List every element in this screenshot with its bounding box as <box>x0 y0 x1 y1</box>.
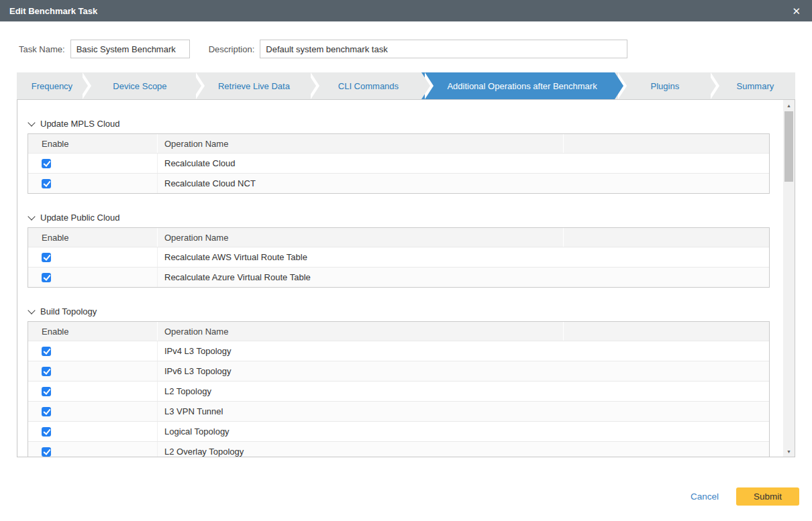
operation-name-cell: IPv6 L3 Topology <box>158 361 564 381</box>
enable-checkbox[interactable] <box>42 427 51 437</box>
scroll-down-icon[interactable]: ▼ <box>783 446 795 457</box>
enable-checkbox[interactable] <box>42 347 51 356</box>
tab-label: Summary <box>729 81 774 91</box>
edit-benchmark-task-dialog: Edit Benchmark Task ✕ Task Name: Descrip… <box>0 0 812 521</box>
enable-checkbox[interactable] <box>42 179 51 188</box>
empty-cell <box>564 154 769 173</box>
column-header: Operation Name <box>158 228 564 247</box>
tab-device-scope[interactable]: Device Scope <box>79 72 193 99</box>
empty-cell <box>564 402 769 421</box>
dialog-titlebar: Edit Benchmark Task ✕ <box>0 0 812 21</box>
chevron-down-icon <box>28 306 35 314</box>
enable-checkbox[interactable] <box>42 367 51 376</box>
tab-retrieve-live-data[interactable]: Retrieve Live Data <box>193 72 307 99</box>
task-name-label: Task Name: <box>19 44 65 54</box>
empty-cell <box>564 174 769 193</box>
column-header: Enable <box>28 228 158 247</box>
enable-cell <box>28 174 158 193</box>
enable-checkbox[interactable] <box>42 407 51 416</box>
enable-cell <box>28 402 158 421</box>
description-input[interactable] <box>260 40 627 58</box>
table-header-row: EnableOperation Name <box>28 134 769 153</box>
tab-label: Plugins <box>643 81 680 91</box>
enable-cell <box>28 422 158 441</box>
operation-name-cell: L2 Topology <box>158 382 564 401</box>
tab-cli-commands[interactable]: CLI Commands <box>307 72 422 99</box>
empty-cell <box>564 268 769 287</box>
task-name-input[interactable] <box>70 40 190 58</box>
table-row: L2 Topology <box>28 381 769 401</box>
enable-checkbox[interactable] <box>42 273 51 282</box>
table-header-row: EnableOperation Name <box>28 322 769 341</box>
operation-name-cell: L3 VPN Tunnel <box>158 402 564 421</box>
operation-name-cell: Logical Topology <box>158 422 564 441</box>
empty-cell <box>564 382 769 401</box>
enable-checkbox[interactable] <box>42 253 51 262</box>
tab-label: Device Scope <box>105 81 166 91</box>
column-header: Enable <box>28 134 158 153</box>
scroll-up-icon[interactable]: ▲ <box>783 100 795 111</box>
tab-label: CLI Commands <box>330 81 399 91</box>
table-row: IPv4 L3 Topology <box>28 341 769 361</box>
sections-container: Update MPLS CloudEnableOperation NameRec… <box>17 100 776 457</box>
enable-checkbox[interactable] <box>42 447 51 457</box>
tab-additional-operations-after-benchmark[interactable]: Additional Operations after Benchmark <box>421 72 615 99</box>
column-header: Operation Name <box>158 322 564 341</box>
section-update-public-cloud: Update Public CloudEnableOperation NameR… <box>28 213 776 288</box>
section-title: Update Public Cloud <box>40 213 120 223</box>
section-title: Update MPLS Cloud <box>40 119 120 129</box>
table-row: IPv6 L3 Topology <box>28 361 769 381</box>
empty-cell <box>564 247 769 267</box>
operation-name-cell: Recalculate Azure Virtual Route Table <box>158 268 564 287</box>
submit-button[interactable]: Submit <box>736 487 799 506</box>
enable-cell <box>28 442 158 457</box>
enable-cell <box>28 382 158 401</box>
empty-cell <box>564 442 769 457</box>
dialog-title: Edit Benchmark Task <box>9 6 97 16</box>
empty-cell <box>564 361 769 381</box>
tab-label: Frequency <box>23 81 72 91</box>
tab-plugins[interactable]: Plugins <box>615 72 707 99</box>
vertical-scrollbar[interactable]: ▲ ▼ <box>783 100 795 457</box>
chevron-down-icon <box>28 213 35 220</box>
section-header[interactable]: Update Public Cloud <box>29 213 776 223</box>
enable-cell <box>28 341 158 361</box>
enable-cell <box>28 154 158 173</box>
enable-cell <box>28 247 158 267</box>
column-header <box>564 322 769 341</box>
enable-checkbox[interactable] <box>42 387 51 396</box>
wizard-tab-bar: FrequencyDevice ScopeRetrieve Live DataC… <box>17 72 795 99</box>
tab-frequency[interactable]: Frequency <box>17 72 79 99</box>
scrollbar-thumb[interactable] <box>784 111 793 182</box>
column-header <box>564 134 769 153</box>
empty-cell <box>564 422 769 441</box>
empty-cell <box>564 341 769 361</box>
section-update-mpls-cloud: Update MPLS CloudEnableOperation NameRec… <box>28 119 776 194</box>
table-row: Recalculate Cloud NCT <box>28 173 769 193</box>
close-icon[interactable]: ✕ <box>789 4 804 19</box>
section-build-topology: Build TopologyEnableOperation NameIPv4 L… <box>28 306 776 457</box>
table-row: L2 Overlay Topology <box>28 441 769 457</box>
operations-table: EnableOperation NameRecalculate AWS Virt… <box>28 227 770 288</box>
table-row: L3 VPN Tunnel <box>28 401 769 421</box>
enable-checkbox[interactable] <box>42 159 51 168</box>
column-header: Enable <box>28 322 158 341</box>
table-header-row: EnableOperation Name <box>28 228 769 247</box>
enable-cell <box>28 268 158 287</box>
section-header[interactable]: Update MPLS Cloud <box>29 119 776 129</box>
cancel-button[interactable]: Cancel <box>691 491 719 502</box>
operation-name-cell: Recalculate Cloud NCT <box>158 174 564 193</box>
dialog-footer: Cancel Submit <box>691 487 799 506</box>
table-row: Recalculate Azure Virtual Route Table <box>28 267 769 287</box>
enable-cell <box>28 361 158 381</box>
section-header[interactable]: Build Topology <box>29 306 776 316</box>
tab-summary[interactable]: Summary <box>707 72 795 99</box>
description-label: Description: <box>209 44 255 54</box>
operation-name-cell: Recalculate AWS Virtual Route Table <box>158 247 564 267</box>
content-panel: Update MPLS CloudEnableOperation NameRec… <box>17 99 795 457</box>
operation-name-cell: IPv4 L3 Topology <box>158 341 564 361</box>
table-row: Recalculate Cloud <box>28 153 769 173</box>
section-title: Build Topology <box>40 306 97 316</box>
operation-name-cell: Recalculate Cloud <box>158 154 564 173</box>
column-header: Operation Name <box>158 134 564 153</box>
